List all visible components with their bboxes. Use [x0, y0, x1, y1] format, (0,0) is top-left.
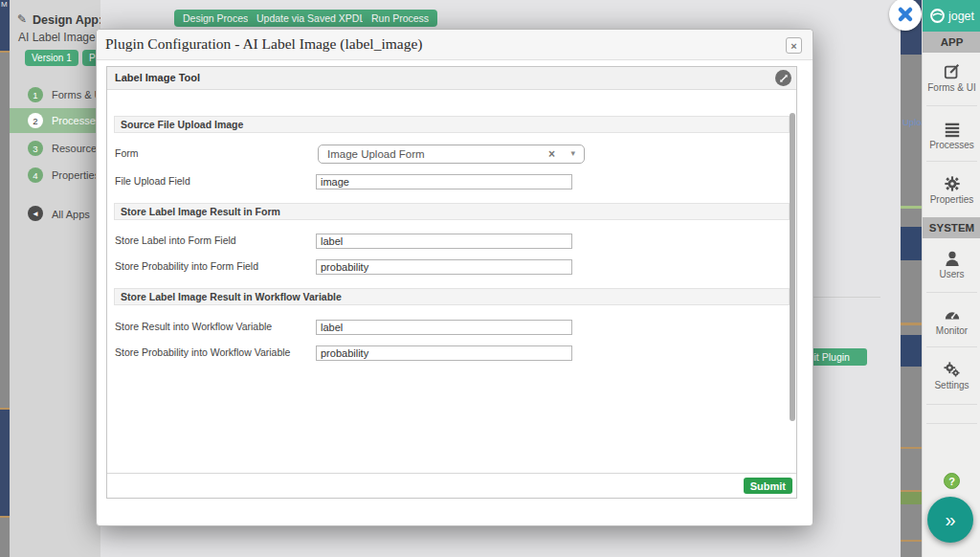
- step-number: 1: [28, 87, 43, 102]
- panel-header: Label Image Tool: [107, 67, 796, 90]
- console-item-settings[interactable]: Settings: [923, 361, 980, 390]
- clear-selection-icon[interactable]: ×: [548, 147, 555, 161]
- panel-footer-divider: [107, 473, 796, 474]
- store-result-workflow-input[interactable]: [316, 320, 572, 335]
- screen: M ✎ Design App: AI Label Image App Versi…: [0, 0, 980, 557]
- console-item-users[interactable]: Users: [923, 250, 980, 279]
- close-x-icon: [897, 6, 914, 23]
- dialog-close-button[interactable]: ×: [786, 37, 802, 54]
- sidebar-item-processes[interactable]: 2 Processes: [10, 108, 100, 133]
- section-store-result-form: Store Label Image Result in Form: [114, 203, 790, 220]
- dialog-titlebar: Plugin Configuration - AI Label Image (l…: [97, 30, 813, 60]
- expand-panel-button[interactable]: [775, 70, 791, 86]
- help-button[interactable]: ?: [944, 473, 960, 489]
- console-item-monitor[interactable]: Monitor: [923, 306, 980, 336]
- system-section-header: SYSTEM: [923, 217, 980, 238]
- store-probability-workflow-label: Store Probability into Workflow Variable: [115, 346, 290, 358]
- store-probability-form-field-label: Store Probability into Form Field: [115, 260, 258, 272]
- design-app-panel: ✎ Design App: AI Label Image App Version…: [10, 0, 100, 557]
- console-item-processes[interactable]: Processes: [923, 121, 980, 150]
- store-probability-workflow-input[interactable]: [316, 345, 572, 361]
- panel-title: Label Image Tool: [115, 72, 200, 83]
- submit-button[interactable]: Submit: [744, 478, 792, 494]
- gears-icon: [944, 361, 961, 378]
- plugin-form-panel: Label Image Tool Source File Upload Imag…: [106, 66, 797, 499]
- sidebar-item-forms-ui[interactable]: 1 Forms & UI: [10, 82, 100, 107]
- sidebar-item-properties-export[interactable]: 4 Properties & Export: [10, 163, 100, 188]
- back-arrow-icon: ◄: [28, 206, 43, 221]
- store-label-form-field-input[interactable]: [316, 234, 572, 249]
- user-icon: [944, 250, 961, 267]
- file-upload-field-label: File Upload Field: [115, 175, 190, 187]
- file-upload-field-input[interactable]: [316, 174, 572, 189]
- sidebar-item-resources[interactable]: 3 Resources: [10, 136, 100, 161]
- plugin-configuration-dialog: Plugin Configuration - AI Label Image (l…: [96, 29, 813, 526]
- dialog-title: Plugin Configuration - AI Label Image (l…: [105, 35, 422, 53]
- console-item-properties[interactable]: Properties: [923, 175, 980, 205]
- step-number: 2: [28, 113, 43, 128]
- store-result-workflow-label: Store Result into Workflow Variable: [115, 321, 272, 332]
- run-process-button[interactable]: Run Process: [363, 10, 437, 27]
- store-label-form-field-label: Store Label into Form Field: [115, 234, 236, 246]
- all-apps-link[interactable]: ◄ All Apps: [10, 203, 100, 226]
- update-xpdl-button[interactable]: Update via Saved XPDL: [248, 10, 373, 27]
- form-select-value: Image Upload Form: [327, 148, 425, 160]
- edit-pencil-icon: ✎: [17, 12, 27, 26]
- diagonal-arrow-icon: [779, 74, 789, 83]
- joget-logo[interactable]: joget: [923, 0, 980, 32]
- design-app-title: Design App:: [33, 13, 100, 27]
- chevron-down-icon: ▾: [570, 148, 575, 158]
- gauge-icon: [944, 306, 961, 323]
- panel-scrollbar[interactable]: [790, 113, 795, 421]
- version-badge[interactable]: Version 1: [25, 50, 78, 66]
- background-canvas-left-strip: M: [0, 0, 10, 557]
- canvas-corner-text: M: [1, 0, 8, 9]
- step-number: 4: [28, 167, 43, 183]
- joget-logo-icon: [929, 8, 946, 24]
- store-probability-form-field-input[interactable]: [316, 259, 572, 275]
- form-select[interactable]: Image Upload Form × ▾: [318, 145, 585, 164]
- gear-icon: [944, 175, 961, 192]
- canvas-divider: [809, 297, 880, 298]
- app-name: AI Label Image App: [18, 31, 100, 44]
- expand-console-button[interactable]: »: [927, 497, 973, 543]
- step-number: 3: [28, 141, 43, 156]
- console-item-forms-ui[interactable]: Forms & UI: [923, 63, 980, 93]
- app-section-header: APP: [923, 32, 980, 53]
- process-list-icon: [944, 121, 961, 138]
- form-field-label: Form: [115, 147, 139, 159]
- edit-form-icon: [944, 63, 961, 80]
- section-source-file-upload: Source File Upload Image: [114, 116, 790, 133]
- background-canvas-right-strip: Uploa: [901, 0, 922, 557]
- section-store-result-workflow: Store Label Image Result in Workflow Var…: [114, 288, 790, 305]
